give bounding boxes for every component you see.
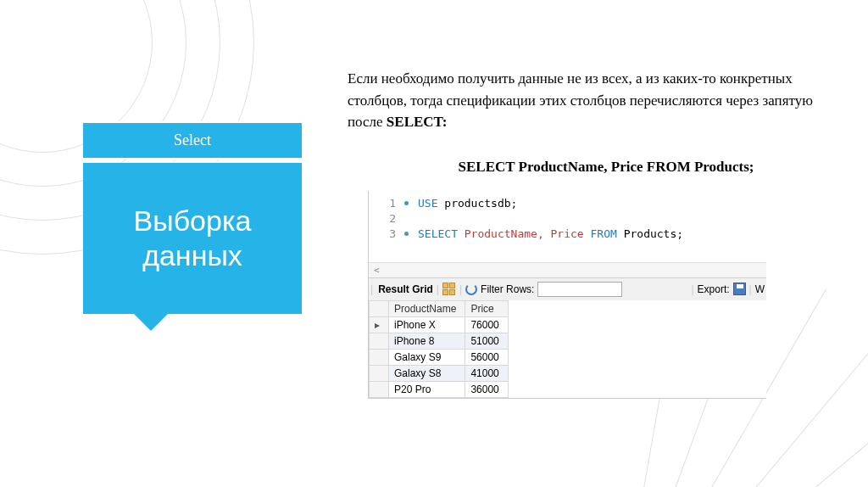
sidebar-title-line1: Выборка: [92, 204, 293, 238]
export-label: Export:: [698, 283, 730, 295]
cell-productname[interactable]: Galaxy S8: [389, 365, 465, 381]
cell-productname[interactable]: iPhone 8: [389, 333, 465, 349]
table-header-row: ProductName Price: [370, 300, 509, 316]
code-line: SELECT ProductName, Price FROM Products;: [418, 227, 766, 242]
exec-marker-icon: [404, 201, 409, 205]
table-row[interactable]: P20 Pro 36000: [370, 381, 509, 397]
filter-rows-label: Filter Rows:: [481, 283, 534, 295]
cell-productname[interactable]: iPhone X: [389, 316, 465, 333]
cell-price[interactable]: 36000: [465, 381, 508, 397]
line-number: 3: [369, 227, 396, 242]
table-row[interactable]: Galaxy S8 41000: [370, 365, 509, 381]
code-lines: USE productsdb; SELECT ProductName, Pric…: [411, 196, 766, 242]
sidebar-title-line2: данных: [92, 238, 293, 273]
description-bold: SELECT:: [387, 114, 448, 130]
sidebar-card: Select Выборка данных: [83, 121, 302, 331]
cell-price[interactable]: 76000: [465, 316, 508, 333]
trailing-char: W: [755, 283, 765, 295]
row-selector[interactable]: [370, 381, 389, 397]
toolbar-divider: |: [691, 283, 693, 295]
cell-productname[interactable]: P20 Pro: [389, 381, 465, 397]
current-row-icon: ▸: [370, 316, 389, 333]
table-row[interactable]: iPhone 8 51000: [370, 333, 509, 349]
refresh-icon[interactable]: [465, 283, 477, 295]
code-line: [418, 211, 766, 227]
table-row[interactable]: Galaxy S9 56000: [370, 349, 509, 365]
result-grid-label: Result Grid: [378, 283, 433, 295]
line-number: 2: [369, 211, 396, 227]
result-grid[interactable]: ProductName Price ▸ iPhone X 76000 iPhon…: [369, 300, 509, 398]
toolbar-divider: |: [437, 283, 439, 295]
row-selector[interactable]: [370, 333, 389, 349]
marker-gutter: [401, 196, 411, 242]
cell-price[interactable]: 56000: [465, 349, 508, 365]
description-text: Если необходимо получить данные не из вс…: [348, 68, 831, 133]
save-icon[interactable]: [733, 283, 746, 295]
result-toolbar: | Result Grid | | Filter Rows: | Export:…: [369, 277, 766, 300]
toolbar-divider: |: [370, 283, 373, 295]
row-selector[interactable]: [370, 349, 389, 365]
row-selector[interactable]: [370, 365, 389, 381]
exec-marker-icon: [404, 232, 409, 236]
sidebar-body: Выборка данных: [83, 163, 302, 314]
line-number: 1: [369, 196, 396, 211]
column-header[interactable]: Price: [465, 300, 508, 316]
code-line: USE productsdb;: [418, 196, 766, 211]
table-row[interactable]: ▸ iPhone X 76000: [370, 316, 509, 333]
code-editor[interactable]: 1 2 3 USE productsdb; SELECT ProductName…: [369, 191, 766, 262]
cell-price[interactable]: 41000: [465, 365, 508, 381]
content-area: Если необходимо получить данные не из вс…: [348, 68, 831, 399]
sql-editor-panel: 1 2 3 USE productsdb; SELECT ProductName…: [368, 191, 766, 399]
toolbar-divider: |: [749, 283, 752, 295]
line-gutter: 1 2 3: [369, 196, 401, 242]
grid-view-icon[interactable]: [442, 283, 456, 296]
query-heading: SELECT ProductName, Price FROM Products;: [381, 159, 831, 176]
sidebar-header: Select: [83, 121, 302, 160]
toolbar-divider: |: [459, 283, 462, 295]
cell-productname[interactable]: Galaxy S9: [389, 349, 465, 365]
cell-price[interactable]: 51000: [465, 333, 508, 349]
scroll-left-icon[interactable]: <: [369, 262, 766, 277]
sidebar-pointer-icon: [134, 314, 168, 331]
row-selector-header: [370, 300, 389, 316]
column-header[interactable]: ProductName: [389, 300, 465, 316]
filter-rows-input[interactable]: [537, 282, 622, 297]
